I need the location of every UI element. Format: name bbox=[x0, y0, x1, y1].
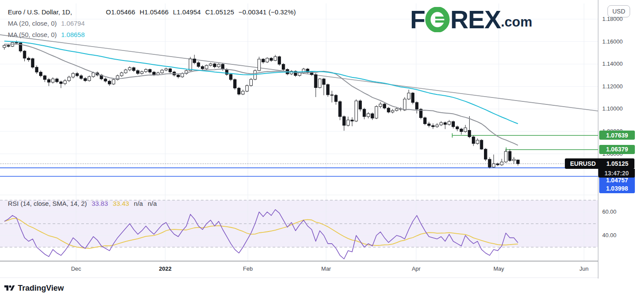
candle bbox=[80, 76, 83, 78]
candle bbox=[120, 73, 123, 76]
candle bbox=[404, 99, 406, 110]
chart-legend: Euro / U.S. Dollar, 1D, O1.05466 H1.0546… bbox=[8, 6, 296, 40]
rsi-na-1: n/a bbox=[134, 200, 143, 207]
month-label: Apr bbox=[412, 265, 420, 272]
candle bbox=[7, 45, 10, 46]
candle bbox=[440, 123, 442, 125]
candle bbox=[339, 101, 341, 117]
candle bbox=[480, 140, 483, 149]
candle bbox=[234, 80, 236, 88]
candle bbox=[508, 151, 511, 161]
level-label-green-1: 1.07639 bbox=[599, 131, 635, 140]
candle bbox=[209, 64, 212, 66]
candle bbox=[496, 164, 499, 165]
forex-logo-rex: REX bbox=[450, 7, 501, 32]
candle bbox=[258, 59, 260, 70]
price-axis[interactable]: USD 1.07639 1.06379 1.04757 1.03998 1.18… bbox=[598, 0, 644, 279]
candle bbox=[137, 70, 139, 74]
month-label: Feb bbox=[243, 265, 253, 272]
candle bbox=[314, 74, 317, 87]
candle bbox=[387, 108, 390, 112]
candle bbox=[51, 79, 54, 82]
price-tick-label: 1.18000 bbox=[602, 16, 623, 22]
candle bbox=[60, 82, 62, 84]
ma50-legend-row[interactable]: MA (50, close, 0) 1.08658 bbox=[8, 29, 296, 40]
candle bbox=[153, 72, 155, 75]
candles bbox=[3, 40, 520, 168]
candle bbox=[128, 67, 131, 70]
candle bbox=[217, 64, 220, 67]
last-price-value: 1.05125 bbox=[606, 160, 634, 167]
candle bbox=[501, 162, 503, 165]
candle bbox=[379, 104, 382, 107]
candle bbox=[448, 121, 450, 124]
candle bbox=[43, 76, 46, 80]
price-tick-label: 1.16000 bbox=[602, 38, 623, 45]
level-label-blue-block: 1.04757 1.03998 bbox=[599, 176, 635, 193]
candle bbox=[343, 117, 345, 125]
candle bbox=[504, 151, 507, 162]
ma50-line bbox=[4, 41, 518, 124]
candle bbox=[132, 67, 135, 70]
last-price-countdown: 13:47:20 bbox=[598, 169, 635, 178]
candle bbox=[47, 80, 50, 82]
candle bbox=[237, 88, 240, 94]
candle bbox=[84, 78, 87, 81]
symbol-legend-row[interactable]: Euro / U.S. Dollar, 1D, O1.05466 H1.0546… bbox=[8, 6, 296, 17]
ma20-legend-row[interactable]: MA (20, close, 0) 1.06794 bbox=[8, 17, 296, 29]
ohlc-close: C1.05125 bbox=[205, 8, 234, 16]
candle bbox=[436, 125, 438, 127]
month-label: May bbox=[494, 265, 504, 272]
ma20-value: 1.06794 bbox=[61, 20, 85, 27]
candle bbox=[40, 72, 42, 76]
month-label: Jun bbox=[580, 265, 589, 272]
time-axis[interactable]: Dec2022FebMarAprMayJun bbox=[0, 261, 598, 279]
candle bbox=[161, 70, 164, 73]
candle bbox=[112, 80, 115, 84]
candle bbox=[492, 164, 495, 167]
candle bbox=[411, 93, 414, 103]
candle bbox=[476, 140, 479, 144]
candle bbox=[140, 72, 143, 74]
candle bbox=[367, 114, 370, 117]
candle bbox=[424, 118, 426, 124]
candle bbox=[27, 58, 30, 60]
tradingview-attribution[interactable]: TradingView bbox=[4, 284, 64, 293]
forex-com-logo: F REX .com bbox=[410, 7, 532, 32]
chart-root: Euro / U.S. Dollar, 1D, O1.05466 H1.0546… bbox=[0, 0, 644, 302]
price-and-rsi-panes[interactable] bbox=[0, 0, 598, 279]
candle bbox=[452, 121, 454, 127]
candle bbox=[371, 114, 374, 118]
candle bbox=[432, 126, 434, 127]
candle bbox=[517, 160, 519, 164]
candle bbox=[3, 45, 6, 47]
rsi-legend-row[interactable]: RSI (14, close, SMA, 14, 2) 33.83 33.43 … bbox=[8, 200, 157, 207]
candle bbox=[92, 73, 94, 77]
candle bbox=[213, 64, 216, 67]
month-label: 2022 bbox=[159, 265, 172, 272]
candle bbox=[205, 65, 208, 69]
candle bbox=[68, 77, 70, 81]
rsi-tick-label: 40.00 bbox=[602, 232, 617, 238]
candle bbox=[468, 130, 470, 137]
month-label: Dec bbox=[71, 265, 81, 272]
candle bbox=[157, 73, 159, 74]
candle bbox=[270, 58, 273, 60]
candle bbox=[197, 63, 200, 67]
candle bbox=[456, 127, 458, 129]
candle bbox=[189, 59, 192, 70]
ohlc-low: L1.04954 bbox=[173, 8, 201, 16]
last-price-label: EURUSD 1.05125 bbox=[565, 158, 634, 169]
price-tick-label: 1.14000 bbox=[602, 60, 623, 67]
candle bbox=[415, 102, 418, 109]
candle bbox=[165, 69, 167, 70]
candle bbox=[169, 69, 171, 72]
rsi-sma-value: 33.43 bbox=[113, 200, 129, 207]
ma20-label: MA (20, close, 0) bbox=[8, 20, 57, 27]
candle bbox=[177, 75, 180, 77]
candle bbox=[427, 124, 430, 125]
candle bbox=[484, 149, 487, 159]
candle bbox=[242, 91, 244, 94]
candle bbox=[513, 159, 515, 161]
rsi-label: RSI (14, close, SMA, 14, 2) bbox=[8, 200, 87, 207]
